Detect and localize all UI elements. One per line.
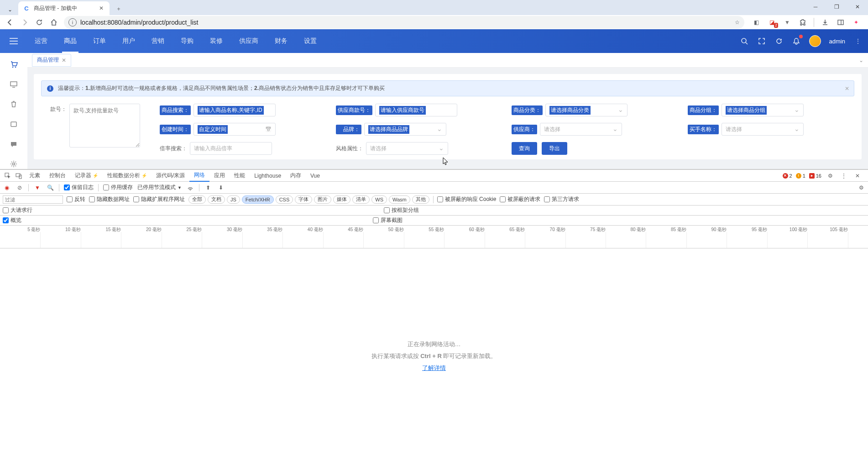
query-button[interactable]: 查询 [512,142,537,155]
record-icon[interactable]: ◉ [3,184,11,192]
menu-toggle-icon[interactable] [5,38,22,44]
style-no-textarea[interactable] [69,104,140,148]
network-conditions-icon[interactable] [186,184,194,192]
clear-icon[interactable]: ⊘ [16,184,24,192]
filter-pill-3[interactable]: Fetch/XHR [242,195,274,204]
filter-pill-1[interactable]: 文档 [208,195,225,204]
nav-item-2[interactable]: 订单 [85,29,114,53]
brand-select[interactable]: 请选择商品品牌 [364,123,446,136]
nav-item-8[interactable]: 财务 [267,29,296,53]
filter-toggle-icon[interactable]: ▼ [33,184,42,192]
devtools-close-icon[interactable]: ✕ [852,171,863,181]
nav-item-5[interactable]: 导购 [173,29,202,53]
page-tab-close-icon[interactable]: ✕ [62,57,66,63]
filter-pill-6[interactable]: 图片 [314,195,331,204]
blocked-req-checkbox[interactable]: 被屏蔽的请求 [500,195,540,203]
devtools-tab-2[interactable]: 记录器⚡ [70,170,103,182]
network-filter-input[interactable] [3,195,63,204]
supplier-select[interactable]: 请选择 [540,123,622,136]
filter-pill-2[interactable]: JS [227,195,240,204]
big-rows-checkbox[interactable]: 大请求行 [3,206,32,214]
blocked-cookies-checkbox[interactable]: 被屏蔽的响应 Cookie [437,195,497,203]
site-info-icon[interactable]: i [68,18,77,26]
devtools-tab-6[interactable]: 应用 [209,170,230,182]
waterfall-timeline[interactable]: 5 毫秒10 毫秒15 毫秒20 毫秒25 毫秒30 毫秒35 毫秒40 毫秒4… [0,226,868,248]
buyer-select[interactable]: 请选择 [722,123,804,136]
category-select[interactable]: 请选择商品分类 [545,104,627,116]
sidebar-gear-icon[interactable] [7,159,20,169]
sidebar-cart-icon[interactable] [7,59,20,69]
devtools-info[interactable]: ▸16 [809,173,821,179]
nav-back[interactable] [4,16,16,29]
ext-vue-icon[interactable]: ▼ [783,18,792,27]
tab-close-icon[interactable]: ✕ [98,5,105,12]
devtools-device-icon[interactable] [14,171,24,181]
sidebar-monitor-icon[interactable] [7,79,20,90]
nav-reload[interactable] [33,16,46,29]
hide-ext-checkbox[interactable]: 隐藏扩展程序网址 [133,195,185,203]
devtools-tab-7[interactable]: 性能 [230,170,250,182]
sidebar-chat-icon[interactable] [7,139,20,149]
style-attr-select[interactable]: 请选择 [366,142,448,155]
nav-item-9[interactable]: 设置 [296,29,325,53]
sidebar-trash-icon[interactable] [7,99,20,109]
nav-item-3[interactable]: 用户 [114,29,143,53]
devtools-settings-icon[interactable]: ⚙ [825,171,835,181]
more-icon[interactable]: ⋮ [853,37,863,46]
window-minimize[interactable]: ─ [805,0,826,14]
sidepanel-icon[interactable] [836,18,845,27]
search-input[interactable]: 请输入商品名称,关键字,ID [193,104,276,116]
supplier-no-input[interactable]: 请输入供应商款号 [375,104,457,116]
extensions-icon[interactable] [798,18,807,27]
screenshot-checkbox[interactable]: 屏幕截图 [373,216,403,224]
devtools-errors[interactable]: ✕2 [783,173,792,179]
download-har-icon[interactable]: ⬇ [217,184,225,192]
search-network-icon[interactable]: 🔍 [46,184,54,192]
filter-pill-5[interactable]: 字体 [295,195,312,204]
alert-close-icon[interactable]: ✕ [845,85,849,92]
nav-forward[interactable] [18,16,31,29]
address-bar[interactable]: i localhost:8080/admin/product/product_l… [64,16,744,29]
nav-item-6[interactable]: 装修 [202,29,231,53]
avatar[interactable] [809,35,821,47]
tab-expand-icon[interactable]: ⌄ [859,57,863,63]
disable-cache-checkbox[interactable]: 停用缓存 [103,184,133,191]
ext-icon-menu[interactable]: ✦ [852,18,861,27]
devtools-tab-3[interactable]: 性能数据分析⚡ [103,170,152,182]
filter-pill-8[interactable]: 清单 [352,195,370,204]
filter-pill-7[interactable]: 媒体 [333,195,350,204]
multiple-input[interactable]: 请输入商品倍率 [190,142,272,155]
devtools-inspect-icon[interactable] [3,171,13,181]
third-party-checkbox[interactable]: 第三方请求 [544,195,579,203]
upload-har-icon[interactable]: ⬆ [204,184,212,192]
download-icon[interactable] [821,18,830,27]
browser-tab[interactable]: C 商品管理 - 加载中 ✕ [18,1,110,15]
hide-data-checkbox[interactable]: 隐藏数据网址 [89,195,130,203]
devtools-tab-0[interactable]: 元素 [25,170,45,182]
filter-pill-10[interactable]: Wasm [389,195,410,204]
window-maximize[interactable]: ❐ [826,0,847,14]
nav-item-1[interactable]: 商品 [56,29,85,53]
preserve-log-checkbox[interactable]: 保留日志 [64,184,94,191]
devtools-tab-9[interactable]: 内存 [286,170,306,182]
group-select[interactable]: 请选择商品分组 [722,104,804,116]
throttling-select[interactable]: 已停用节流模式 ▼ [137,184,182,191]
devtools-tab-5[interactable]: 网络 [189,170,209,182]
fullscreen-icon[interactable] [757,37,766,46]
sidebar-tablet-icon[interactable] [7,119,20,129]
bell-icon[interactable] [792,37,801,46]
search-icon[interactable] [740,37,749,46]
filter-pill-0[interactable]: 全部 [188,195,206,204]
window-close[interactable]: ✕ [847,0,868,14]
devtools-tab-8[interactable]: Lighthouse [250,170,286,182]
page-tab[interactable]: 商品管理 ✕ [32,54,71,67]
filter-pill-4[interactable]: CSS [276,195,293,204]
devtools-tab-10[interactable]: Vue [306,170,324,182]
bookmark-star-icon[interactable]: ☆ [735,19,740,26]
export-button[interactable]: 导出 [542,142,567,155]
new-tab-button[interactable]: ＋ [112,2,125,15]
refresh-icon[interactable] [774,37,784,46]
group-frame-checkbox[interactable]: 按框架分组 [384,206,419,214]
filter-pill-9[interactable]: WS [371,195,387,204]
nav-item-0[interactable]: 运营 [26,29,56,53]
